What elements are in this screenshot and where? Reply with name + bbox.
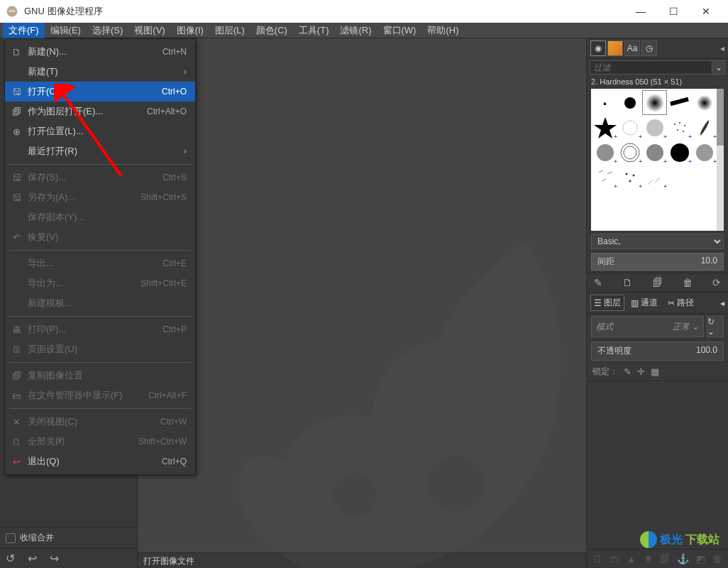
menu-item-open-location[interactable]: ⊕打开位置(L)...: [5, 121, 195, 141]
menu-filters[interactable]: 滤镜(R): [334, 23, 377, 38]
menu-separator: [9, 250, 191, 251]
mask-icon[interactable]: ◩: [696, 553, 705, 564]
svg-point-3: [10, 11, 11, 12]
menu-view[interactable]: 视图(V): [128, 23, 170, 38]
lower-layer-icon[interactable]: ▼: [644, 553, 653, 564]
opacity-field[interactable]: 不透明度 100.0: [591, 342, 724, 361]
menu-item-save[interactable]: 🖫保存(S)...Ctrl+S: [5, 168, 195, 187]
brush-grid[interactable]: · + + + + + + + + + + + + +: [591, 89, 724, 231]
undo-icon[interactable]: ↩: [28, 552, 37, 565]
shrink-merge-checkbox[interactable]: [6, 533, 16, 543]
history-tab[interactable]: ◷: [641, 40, 657, 56]
menu-item-print[interactable]: 🖶打印(P)...Ctrl+P: [5, 320, 195, 339]
menu-item-copy-location[interactable]: 🗐复制图像位置: [5, 366, 195, 386]
minimize-button[interactable]: —: [624, 0, 657, 23]
svg-point-25: [646, 144, 663, 161]
new-file-icon: 🗋: [11, 46, 22, 58]
svg-point-22: [597, 144, 614, 161]
menu-item-create[interactable]: 新建(T)›: [5, 62, 195, 82]
menu-help[interactable]: 帮助(H): [421, 23, 464, 38]
raise-layer-icon[interactable]: ▲: [627, 553, 636, 564]
shrink-merge-row[interactable]: 收缩合并: [0, 527, 137, 548]
edit-brush-icon[interactable]: ✎: [594, 277, 602, 288]
menu-item-recent[interactable]: 最近打开(R)›: [5, 141, 195, 161]
new-brush-icon[interactable]: 🗋: [622, 277, 632, 288]
svg-point-15: [646, 119, 663, 136]
menu-item-page-setup[interactable]: 🖺页面设置(U): [5, 339, 195, 359]
brush-preset-select[interactable]: Basic,: [591, 234, 724, 249]
menu-separator: [9, 362, 191, 363]
channels-tab[interactable]: ▥通道: [627, 295, 661, 311]
lock-paint-icon[interactable]: ✎: [624, 366, 632, 377]
svg-point-12: [695, 93, 715, 113]
brush-scrollbar[interactable]: [717, 89, 724, 231]
spacing-field[interactable]: 间距 10.0: [591, 253, 724, 271]
layers-tab[interactable]: ☰图层: [590, 295, 624, 311]
menu-select[interactable]: 选择(S): [87, 23, 128, 38]
menu-item-revert[interactable]: ↶恢复(V): [5, 227, 195, 247]
delete-brush-icon[interactable]: 🗑: [683, 277, 693, 288]
svg-line-29: [607, 172, 612, 174]
menu-file[interactable]: 文件(F): [3, 23, 45, 38]
menu-item-template[interactable]: 新建模板...: [5, 293, 195, 313]
new-layer-icon[interactable]: 🗋: [592, 553, 602, 564]
svg-line-28: [599, 170, 603, 173]
revert-icon: ↶: [11, 231, 22, 243]
menu-image[interactable]: 图像(I): [171, 23, 209, 38]
menu-edit[interactable]: 编辑(E): [45, 23, 87, 38]
fonts-tab[interactable]: Aa: [624, 40, 640, 56]
svg-point-8: [428, 455, 485, 513]
canvas-area: 打开图像文件: [138, 38, 586, 568]
svg-point-33: [629, 180, 631, 182]
submenu-arrow-icon: ›: [184, 146, 187, 156]
menu-item-open[interactable]: 🖫打开(O)...Ctrl+O: [5, 82, 195, 102]
save-as-icon: 🖫: [11, 192, 22, 203]
duplicate-layer-icon[interactable]: 🗐: [660, 553, 670, 564]
layers-panel-menu-icon[interactable]: ◂: [720, 298, 724, 308]
merge-layer-icon[interactable]: ⚓: [677, 553, 689, 564]
maximize-button[interactable]: ☐: [657, 0, 690, 23]
close-button[interactable]: ✕: [690, 0, 722, 23]
menu-item-save-as[interactable]: 🖫另存为(A)...Shift+Ctrl+S: [5, 187, 195, 207]
menu-color[interactable]: 颜色(C): [250, 23, 293, 38]
menu-item-new[interactable]: 🗋新建(N)...Ctrl+N: [5, 42, 195, 62]
delete-layer-icon[interactable]: 🗑: [712, 553, 722, 564]
svg-point-24: [624, 146, 636, 159]
lock-move-icon[interactable]: ✛: [637, 366, 645, 377]
duplicate-brush-icon[interactable]: 🗐: [653, 277, 663, 288]
svg-point-18: [684, 125, 685, 126]
reset-icon[interactable]: ↺: [6, 552, 15, 565]
menu-tools[interactable]: 工具(T): [293, 23, 335, 38]
mode-reset-button[interactable]: ↻ ⌄: [707, 316, 724, 337]
menu-layer[interactable]: 图层(L): [209, 23, 250, 38]
blend-mode-select[interactable]: 模式 正常 ⌄: [591, 316, 704, 337]
right-panel: ◉ Aa ◷ ◂ ⌄ 2. Hardness 050 (51 × 51) · +…: [586, 38, 728, 568]
brush-filter-input[interactable]: [590, 60, 712, 75]
menu-item-export-as[interactable]: 导出为...Shift+Ctrl+E: [5, 273, 195, 293]
brushes-tab[interactable]: ◉: [590, 40, 606, 56]
patterns-tab[interactable]: [607, 40, 623, 56]
spacing-value: 10.0: [701, 256, 717, 268]
svg-point-17: [679, 122, 680, 124]
redo-icon[interactable]: ↪: [50, 552, 59, 565]
menu-window[interactable]: 窗口(W): [377, 23, 422, 38]
menu-item-export[interactable]: 导出...Ctrl+E: [5, 253, 195, 273]
copy-location-icon: 🗐: [11, 370, 22, 381]
menu-separator: [9, 408, 191, 409]
window-title: GNU 图像处理程序: [24, 5, 103, 18]
panel-menu-icon[interactable]: ◂: [720, 43, 724, 53]
menu-item-open-as-layer[interactable]: 🗐作为图层打开(E)...Ctrl+Alt+O: [5, 102, 195, 121]
menu-item-close-all[interactable]: 🗋全部关闭Shift+Ctrl+W: [5, 432, 195, 452]
paths-tab[interactable]: ✂路径: [664, 295, 697, 311]
file-menu-dropdown: 🗋新建(N)...Ctrl+N 新建(T)› 🖫打开(O)...Ctrl+O 🗐…: [4, 38, 196, 475]
lock-alpha-icon[interactable]: ▦: [651, 366, 659, 377]
new-group-icon[interactable]: 🗀: [610, 553, 619, 564]
refresh-brush-icon[interactable]: ⟳: [712, 277, 721, 288]
menu-item-show-in-fm[interactable]: 🗁在文件管理器中显示(F)Ctrl+Alt+F: [5, 386, 195, 405]
menu-item-close-view[interactable]: ✕关闭视图(C)Ctrl+W: [5, 412, 195, 432]
menu-item-save-copy[interactable]: 保存副本(Y)...: [5, 207, 195, 227]
open-as-layer-icon: 🗐: [11, 106, 22, 117]
filter-dropdown-icon[interactable]: ⌄: [712, 60, 725, 75]
menu-item-quit[interactable]: ↩退出(Q)Ctrl+Q: [5, 452, 195, 471]
watermark-text-2: 下载站: [685, 532, 719, 547]
